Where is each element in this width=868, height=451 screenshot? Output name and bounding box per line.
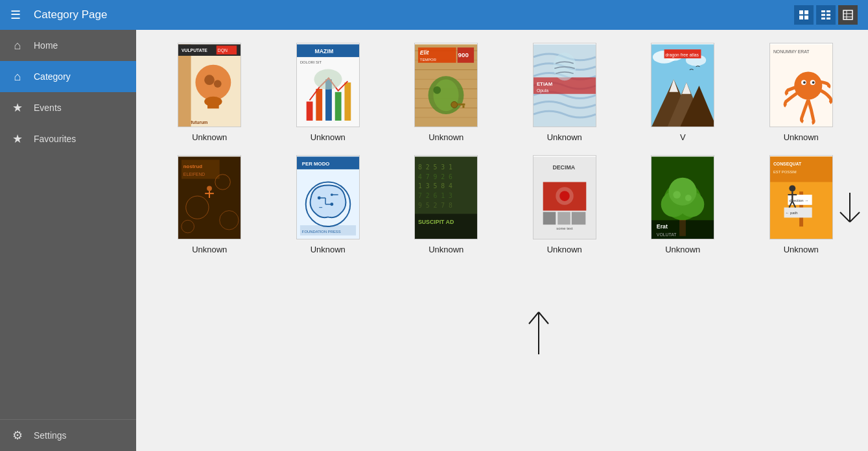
home-icon: ⌂ xyxy=(10,39,25,53)
grid-view-button[interactable] xyxy=(794,5,814,25)
svg-point-84 xyxy=(207,186,212,191)
sidebar-item-favourites[interactable]: ★ Favourites xyxy=(0,123,136,154)
book-item-5[interactable]: dragon free atlas V xyxy=(629,43,737,142)
book-label-10: Unknown xyxy=(547,245,582,254)
book-item-6[interactable]: NONUMMY ERAT xyxy=(747,43,856,142)
topbar-icon-group xyxy=(794,5,858,25)
svg-point-20 xyxy=(214,80,222,88)
book-label-7: Unknown xyxy=(192,245,227,254)
svg-rect-15 xyxy=(178,44,191,127)
svg-rect-115 xyxy=(543,212,556,225)
book-label-4: Unknown xyxy=(547,132,582,142)
book-item-12[interactable]: CONSEQUAT EST POSSIM direction → ← path xyxy=(747,155,856,254)
svg-text:9 5 2 7 8: 9 5 2 7 8 xyxy=(418,202,452,209)
svg-text:← path: ← path xyxy=(785,211,797,215)
svg-text:Erat: Erat xyxy=(657,223,668,230)
page-title: Category Page xyxy=(34,8,794,21)
svg-point-127 xyxy=(674,191,681,199)
sidebar-item-settings-label: Settings xyxy=(34,430,67,441)
svg-point-77 xyxy=(803,81,806,84)
list-view-button[interactable] xyxy=(816,5,836,25)
hamburger-icon[interactable]: ☰ xyxy=(10,8,21,22)
svg-text:PER MODO: PER MODO xyxy=(302,161,330,167)
svg-rect-1 xyxy=(804,10,808,14)
svg-text:DOLORI SIT: DOLORI SIT xyxy=(300,60,322,64)
svg-text:VOLUTAT: VOLUTAT xyxy=(657,232,677,237)
svg-rect-2 xyxy=(799,16,803,19)
sidebar-item-settings[interactable]: ⚙ Settings xyxy=(0,420,136,451)
svg-point-128 xyxy=(685,195,692,201)
sidebar-spacer xyxy=(0,154,136,419)
book-label-12: Unknown xyxy=(784,245,819,254)
svg-text:DQN: DQN xyxy=(218,48,228,53)
book-cover-5: dragon free atlas xyxy=(651,43,714,127)
sidebar-item-events[interactable]: ★ Events xyxy=(0,92,136,123)
book-cover-12: CONSEQUAT EST POSSIM direction → ← path xyxy=(769,155,833,239)
svg-rect-117 xyxy=(572,212,586,225)
sidebar-item-category-label: Category xyxy=(34,71,71,82)
sidebar: ⌂ Home ⌂ Category ★ Events ★ Favourites … xyxy=(0,30,136,451)
svg-rect-9 xyxy=(827,18,830,19)
svg-text:8 2 5 3 1: 8 2 5 3 1 xyxy=(418,164,452,171)
sidebar-item-category[interactable]: ⌂ Category xyxy=(0,61,136,92)
content-area: VULPUTATE DQN futurum Unknown MAZIM DOLO… xyxy=(136,30,868,451)
book-label-9: Unknown xyxy=(428,245,463,254)
annotation-arrow xyxy=(519,299,558,360)
svg-rect-8 xyxy=(821,18,825,19)
svg-text:ETIAM: ETIAM xyxy=(537,81,552,87)
sidebar-bottom: ⚙ Settings xyxy=(0,419,136,451)
svg-text:MAZIM: MAZIM xyxy=(314,48,333,55)
book-item-3[interactable]: Elit TEMPOR 900 Unknown xyxy=(392,43,500,142)
book-item-10[interactable]: DECIMA some text Unknown xyxy=(511,155,619,254)
book-item-2[interactable]: MAZIM DOLORI SIT Unknown xyxy=(274,43,382,142)
book-item-1[interactable]: VULPUTATE DQN futurum Unknown xyxy=(156,43,264,142)
book-item-9[interactable]: 8 2 5 3 1 4 7 9 2 6 1 3 5 8 4 7 2 6 1 3 … xyxy=(392,155,500,254)
book-grid: VULPUTATE DQN futurum Unknown MAZIM DOLO… xyxy=(156,43,855,254)
svg-rect-3 xyxy=(804,16,808,19)
events-star-icon: ★ xyxy=(10,101,25,115)
settings-gear-icon: ⚙ xyxy=(10,428,25,443)
svg-text:Opula: Opula xyxy=(537,88,548,93)
svg-line-148 xyxy=(539,312,548,324)
svg-rect-7 xyxy=(827,14,830,16)
svg-text:NONUMMY ERAT: NONUMMY ERAT xyxy=(773,49,810,54)
svg-point-19 xyxy=(204,75,215,85)
book-label-3: Unknown xyxy=(428,132,463,142)
svg-rect-34 xyxy=(344,82,351,121)
book-label-2: Unknown xyxy=(311,132,346,142)
svg-rect-4 xyxy=(821,10,825,12)
svg-text:SUSCIPIT AD: SUSCIPIT AD xyxy=(418,219,454,225)
svg-text:futurum: futurum xyxy=(191,120,208,125)
book-label-6: Unknown xyxy=(784,132,819,142)
book-cover-11: Erat VOLUTAT xyxy=(651,155,714,239)
sidebar-item-favourites-label: Favourites xyxy=(34,134,76,144)
book-item-11[interactable]: Erat VOLUTAT Unknown xyxy=(629,155,737,254)
svg-rect-55 xyxy=(463,105,465,108)
svg-text:TEMPOR: TEMPOR xyxy=(420,58,436,62)
svg-rect-110 xyxy=(415,213,477,239)
svg-text:4 7 9 2 6: 4 7 9 2 6 xyxy=(418,173,452,180)
book-item-7[interactable]: nostrud ELEIFEND Unknown xyxy=(156,155,264,254)
svg-rect-0 xyxy=(799,10,803,14)
book-label-1: Unknown xyxy=(192,132,227,142)
layout-view-button[interactable] xyxy=(838,5,858,25)
svg-rect-30 xyxy=(306,101,312,120)
sidebar-item-events-label: Events xyxy=(34,103,62,113)
svg-rect-10 xyxy=(843,10,852,19)
favourites-star-icon: ★ xyxy=(10,132,25,146)
book-cover-10: DECIMA some text xyxy=(533,155,596,239)
svg-text:7 2 6 1 3: 7 2 6 1 3 xyxy=(418,192,452,199)
svg-text:Elit: Elit xyxy=(420,49,430,56)
svg-point-126 xyxy=(669,178,697,206)
book-item-8[interactable]: PER MODO xyxy=(274,155,382,254)
book-cover-1: VULPUTATE DQN futurum xyxy=(178,43,241,127)
book-cover-3: Elit TEMPOR 900 xyxy=(414,43,478,127)
svg-rect-116 xyxy=(557,212,570,225)
svg-rect-54 xyxy=(458,103,465,105)
book-cover-9: 8 2 5 3 1 4 7 9 2 6 1 3 5 8 4 7 2 6 1 3 … xyxy=(414,155,478,239)
book-item-4[interactable]: ETIAM Opula Unknown xyxy=(511,43,619,142)
svg-rect-31 xyxy=(316,89,322,121)
book-cover-4: ETIAM Opula xyxy=(533,43,596,127)
topbar: ☰ Category Page xyxy=(0,0,868,30)
sidebar-item-home[interactable]: ⌂ Home xyxy=(0,30,136,61)
